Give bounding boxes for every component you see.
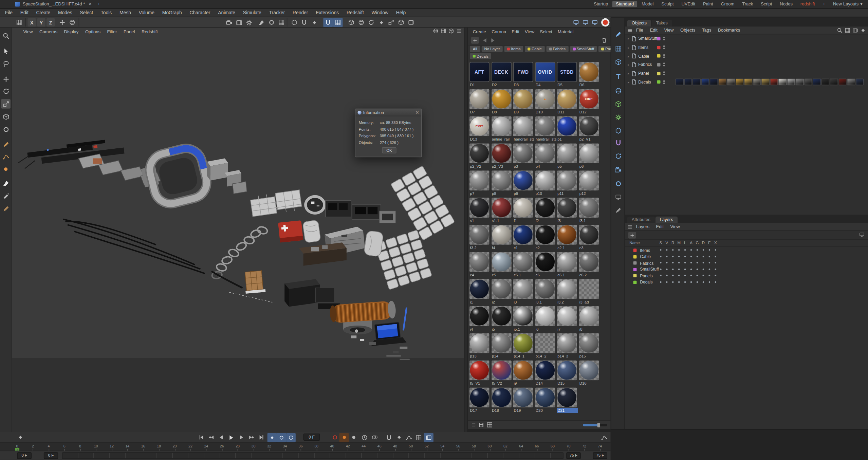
texture-tag[interactable] <box>821 78 829 85</box>
material-cell-d13-12[interactable]: EXITD13 <box>469 116 491 143</box>
layer-toggle-r[interactable] <box>670 261 676 264</box>
texture-tag[interactable] <box>676 78 684 85</box>
material-cell-d21-76[interactable]: D21 <box>557 388 578 415</box>
axis-mode-icon[interactable] <box>406 18 416 27</box>
texture-tag[interactable] <box>684 78 692 85</box>
add-document-tab-icon[interactable]: + <box>97 2 100 7</box>
material-thumbnail[interactable] <box>557 143 577 163</box>
material-filter-no-layer[interactable]: No Layer <box>481 46 503 52</box>
menubar-item-select[interactable]: Select <box>76 10 97 15</box>
rotate-tool-icon[interactable] <box>1 86 11 96</box>
make-editable-icon[interactable] <box>347 18 356 27</box>
layer-toggle-m[interactable] <box>676 274 682 277</box>
layer-toggle-r[interactable] <box>670 280 676 283</box>
material-thumbnail[interactable] <box>469 333 490 353</box>
paint-brush-icon[interactable] <box>257 18 266 27</box>
material-thumbnail[interactable] <box>469 89 490 109</box>
material-cell-d4-3[interactable]: OVHDD4 <box>535 62 556 89</box>
layer-toggle-a[interactable] <box>688 274 694 277</box>
motext-icon[interactable] <box>613 71 623 81</box>
material-thumbnail[interactable] <box>491 333 511 353</box>
material-cell-d6-5[interactable]: D6 <box>579 62 600 89</box>
expand-arrow-icon[interactable]: ▸ <box>626 72 631 75</box>
layer-row-decals[interactable]: Decals <box>625 279 868 285</box>
material-cell-p3-20[interactable]: p3 <box>513 143 534 170</box>
z-axis-lock-button[interactable]: Z <box>47 18 55 26</box>
layer-color-chip[interactable] <box>657 37 661 40</box>
material-cell-f3-1-35[interactable]: f3.1 <box>579 198 600 225</box>
material-cell-f3-34[interactable]: f3 <box>557 198 578 225</box>
material-cell-d18-73[interactable]: D18 <box>491 388 512 415</box>
layout-tab-track[interactable]: Track <box>739 1 756 7</box>
tab-attributes[interactable]: Attributes <box>627 217 655 223</box>
field-sphere-icon[interactable] <box>613 86 623 95</box>
layer-toggle-g[interactable] <box>694 274 700 277</box>
ok-button[interactable]: OK <box>382 147 396 153</box>
grid-snap-icon[interactable] <box>290 18 299 27</box>
material-cell-f5-v1-66[interactable]: f5_V1 <box>469 361 491 388</box>
viewport[interactable]: ViewCamerasDisplayOptionsFilterPanelReds… <box>12 28 464 432</box>
texture-tag[interactable] <box>770 78 778 85</box>
layer-toggle-a[interactable] <box>688 255 694 258</box>
material-cell-d8-7[interactable]: D8 <box>491 89 512 116</box>
material-thumbnail[interactable] <box>557 279 577 299</box>
layer-toggle-a[interactable] <box>688 280 694 283</box>
menubar-item-help[interactable]: Help <box>392 10 409 15</box>
material-thumbnail[interactable] <box>579 143 599 163</box>
layer-toggle-s[interactable] <box>658 268 664 270</box>
information-dialog-titlebar[interactable]: Information ✕ <box>355 109 421 116</box>
material-cell-d1-0[interactable]: AFTD1 <box>469 62 491 89</box>
material-thumbnail[interactable] <box>535 116 555 136</box>
pen-tool-icon[interactable] <box>1 140 11 149</box>
material-thumbnail[interactable] <box>535 333 555 353</box>
material-thumbnail[interactable]: STBD <box>557 62 577 82</box>
layer-toggle-g[interactable] <box>694 268 700 270</box>
track-grid-icon[interactable] <box>414 433 424 442</box>
material-cell-d14-69[interactable]: D14 <box>535 361 556 388</box>
layer-toggle-x[interactable] <box>713 280 719 283</box>
panel-menu-icon[interactable] <box>627 27 633 33</box>
material-cell-airline-rail-13[interactable]: airline_rail <box>491 116 512 143</box>
simulation-icon[interactable] <box>613 99 623 109</box>
previous-frame-button[interactable] <box>217 433 226 442</box>
material-thumbnail[interactable] <box>513 89 533 109</box>
material-cell-c5-43[interactable]: c5 <box>491 252 512 279</box>
key-interpolation-icon[interactable] <box>394 433 404 442</box>
layer-toggle-l[interactable] <box>682 280 688 283</box>
material-cell-d15-70[interactable]: D15 <box>557 361 578 388</box>
material-cell-i2-49[interactable]: i2 <box>491 279 512 306</box>
layer-color-chip[interactable] <box>633 261 637 265</box>
workplane-icon[interactable] <box>14 18 24 27</box>
material-thumbnail[interactable] <box>513 143 533 163</box>
object-menu-view[interactable]: View <box>661 28 677 33</box>
layer-toggle-d[interactable] <box>700 249 706 251</box>
layer-toggle-s[interactable] <box>658 249 664 251</box>
layer-toggle-r[interactable] <box>670 255 676 258</box>
texture-tag[interactable] <box>847 78 855 85</box>
menubar-item-animate[interactable]: Animate <box>214 10 239 15</box>
viewport-layout-icon-2[interactable] <box>581 18 590 27</box>
material-thumbnail[interactable] <box>491 89 511 109</box>
material-cell-p14-61[interactable]: p14 <box>491 333 512 361</box>
record-rotation-toggle[interactable] <box>286 433 296 442</box>
material-thumbnail[interactable]: ▲ <box>535 89 555 109</box>
model-mode-icon[interactable] <box>356 18 366 27</box>
record-button[interactable] <box>330 433 339 442</box>
texture-tag[interactable] <box>795 78 804 85</box>
keyframe-selection-icon[interactable] <box>349 433 358 442</box>
material-menu-corona[interactable]: Corona <box>489 29 509 34</box>
render-visibility-dot[interactable] <box>663 65 665 67</box>
animation-curve-icon[interactable] <box>599 433 609 442</box>
magnet-snap-icon[interactable] <box>299 18 309 27</box>
layer-row-items[interactable]: Items <box>625 247 868 253</box>
layout-tab-model[interactable]: Model <box>638 1 657 7</box>
layer-toggle-g[interactable] <box>694 280 700 283</box>
material-cell-i7-58[interactable]: i7 <box>557 306 578 333</box>
layer-toggle-s[interactable] <box>658 261 664 264</box>
menubar-item-mesh[interactable]: Mesh <box>116 10 135 15</box>
material-thumbnail[interactable] <box>513 388 533 408</box>
render-visibility-dot[interactable] <box>663 48 665 49</box>
autokey-toggle[interactable] <box>339 433 349 442</box>
material-cell-f2-33[interactable]: f2 <box>535 198 556 225</box>
layer-toggle-g[interactable] <box>694 261 700 264</box>
